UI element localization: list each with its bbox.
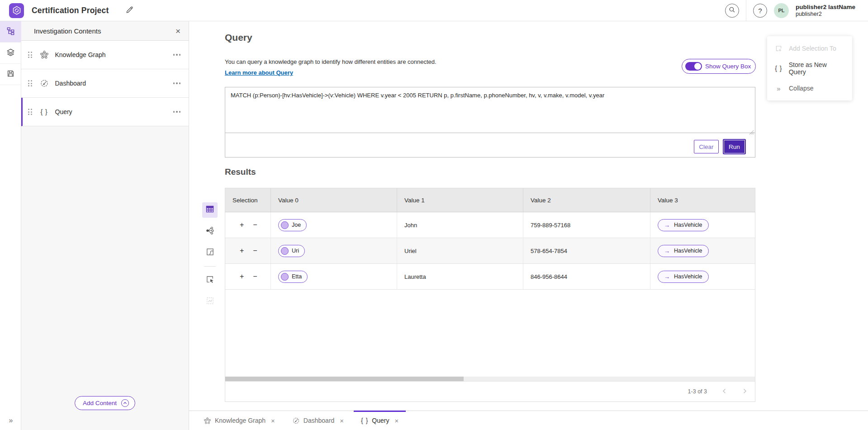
- user-avatar[interactable]: PL: [774, 3, 789, 18]
- dashboard-icon: [292, 417, 300, 425]
- graph-view-button[interactable]: [202, 224, 218, 239]
- user-info[interactable]: publisher2 lastName publisher2: [796, 4, 855, 17]
- add-content-label: Add Content: [83, 400, 117, 406]
- tab-knowledge-graph[interactable]: Knowledge Graph ×: [196, 411, 282, 430]
- map-view-button[interactable]: [202, 245, 218, 260]
- remove-selection-button[interactable]: −: [252, 272, 258, 281]
- left-rail: »: [0, 21, 21, 430]
- horizontal-scrollbar[interactable]: [225, 377, 755, 381]
- item-menu-icon[interactable]: [171, 51, 183, 58]
- close-tab-icon[interactable]: ×: [394, 417, 398, 425]
- column-header-selection: Selection: [225, 188, 271, 212]
- entity-chip[interactable]: Etta: [278, 271, 308, 283]
- panel-item-dashboard[interactable]: Dashboard: [21, 69, 189, 98]
- remove-selection-button[interactable]: −: [252, 246, 258, 255]
- entity-dot-icon: [281, 247, 289, 255]
- table-row: + − Joe John 759-889-57168 → HasVehicle: [225, 212, 755, 238]
- menu-item-store-as-new-query[interactable]: { } Store as New Query: [767, 58, 852, 78]
- dashed-frame-icon: [206, 296, 214, 307]
- drag-handle-icon[interactable]: [28, 109, 32, 115]
- user-name: publisher2 lastName: [796, 4, 855, 11]
- search-button[interactable]: [725, 4, 739, 18]
- query-input[interactable]: MATCH (p:Person)-[hv:HasVehicle]->(v:Veh…: [225, 87, 755, 133]
- chevron-up-icon: [121, 399, 129, 407]
- menu-item-label: Collapse: [789, 85, 813, 92]
- add-to-map-button[interactable]: [202, 272, 218, 288]
- column-header-value1: Value 1: [397, 188, 523, 212]
- cell-phone-number: 759-889-57168: [523, 212, 650, 238]
- braces-icon: { }: [38, 108, 50, 115]
- graph-nodes-icon: [206, 226, 214, 237]
- toggle-switch-icon[interactable]: [685, 62, 702, 71]
- chevrons-right-icon: »: [9, 416, 13, 424]
- menu-item-collapse[interactable]: » Collapse: [767, 78, 852, 98]
- show-query-box-toggle[interactable]: Show Query Box: [682, 59, 756, 74]
- chevron-left-icon: [722, 388, 726, 395]
- add-selection-button[interactable]: +: [239, 220, 245, 229]
- search-icon: [729, 6, 735, 14]
- clear-button[interactable]: Clear: [694, 140, 719, 153]
- braces-icon: { }: [774, 65, 783, 72]
- drag-handle-icon[interactable]: [28, 80, 32, 86]
- rail-item-save[interactable]: [0, 64, 21, 85]
- table-view-button[interactable]: [202, 202, 218, 218]
- tab-query[interactable]: { } Query ×: [354, 411, 406, 430]
- menu-item-label: Store as New Query: [789, 61, 845, 76]
- tab-dashboard[interactable]: Dashboard ×: [285, 411, 351, 430]
- menu-item-add-selection-to: Add Selection To: [767, 38, 852, 58]
- entity-chip[interactable]: Joe: [278, 219, 307, 231]
- knowledge-graph-icon: [204, 417, 211, 425]
- table-row: + − Etta Lauretta 846-956-8644 → HasVehi…: [225, 264, 755, 290]
- edit-title-button[interactable]: [125, 5, 134, 15]
- content-tab-bar: Knowledge Graph × Dashboard × { } Query …: [189, 411, 868, 430]
- help-button[interactable]: ?: [753, 4, 767, 18]
- panel-item-label: Knowledge Graph: [55, 51, 171, 58]
- panel-item-knowledge-graph[interactable]: Knowledge Graph: [21, 41, 189, 69]
- top-bar: Certification Project ? PL publisher2 la…: [0, 0, 868, 21]
- chevrons-right-icon: »: [774, 85, 783, 92]
- relationship-chip[interactable]: → HasVehicle: [658, 219, 709, 231]
- knowledge-graph-icon: [38, 50, 50, 59]
- close-icon: ×: [175, 26, 180, 36]
- close-tab-icon[interactable]: ×: [340, 417, 344, 425]
- toggle-label: Show Query Box: [705, 63, 751, 70]
- add-selection-button[interactable]: +: [239, 246, 245, 255]
- cell-first-name: Uriel: [397, 238, 523, 263]
- column-header-value2: Value 2: [523, 188, 650, 212]
- arrow-right-icon: →: [664, 273, 670, 280]
- cell-phone-number: 578-654-7854: [523, 238, 650, 263]
- previous-page-button[interactable]: [721, 387, 728, 396]
- panel-close-button[interactable]: ×: [175, 27, 180, 35]
- item-menu-icon[interactable]: [171, 108, 183, 115]
- investigation-contents-panel: Investigation Contents × Knowledge Graph: [21, 21, 189, 430]
- rail-item-layers[interactable]: [0, 43, 21, 64]
- pencil-icon: [125, 5, 134, 15]
- learn-more-link[interactable]: Learn more about Query: [225, 69, 293, 76]
- column-header-value3: Value 3: [650, 188, 755, 212]
- table-header-row: Selection Value 0 Value 1 Value 2 Value …: [225, 188, 755, 212]
- rail-item-investigation-contents[interactable]: [0, 21, 21, 43]
- results-title: Results: [225, 167, 256, 177]
- next-page-button[interactable]: [741, 387, 749, 396]
- tab-label: Knowledge Graph: [215, 417, 266, 424]
- column-header-value0: Value 0: [271, 188, 397, 212]
- drag-handle-icon[interactable]: [28, 52, 32, 58]
- chevron-right-icon: [743, 388, 747, 395]
- close-tab-icon[interactable]: ×: [271, 417, 275, 425]
- item-menu-icon[interactable]: [171, 80, 183, 87]
- entity-chip[interactable]: Uri: [278, 245, 305, 257]
- remove-selection-button[interactable]: −: [252, 220, 258, 229]
- relationship-chip[interactable]: → HasVehicle: [658, 245, 709, 257]
- relationship-chip[interactable]: → HasVehicle: [658, 271, 709, 283]
- panel-item-query[interactable]: { } Query: [21, 98, 189, 126]
- frame-plus-icon: [774, 45, 783, 53]
- braces-icon: { }: [361, 417, 368, 424]
- rail-expand-button[interactable]: »: [0, 416, 21, 425]
- page-title: Query: [225, 32, 252, 43]
- resize-handle-icon[interactable]: [749, 129, 754, 137]
- add-selection-button[interactable]: +: [239, 272, 245, 281]
- strip-divider: [204, 266, 216, 267]
- scrollbar-thumb[interactable]: [225, 377, 464, 381]
- add-content-button[interactable]: Add Content: [75, 396, 135, 410]
- run-button[interactable]: Run: [724, 140, 745, 153]
